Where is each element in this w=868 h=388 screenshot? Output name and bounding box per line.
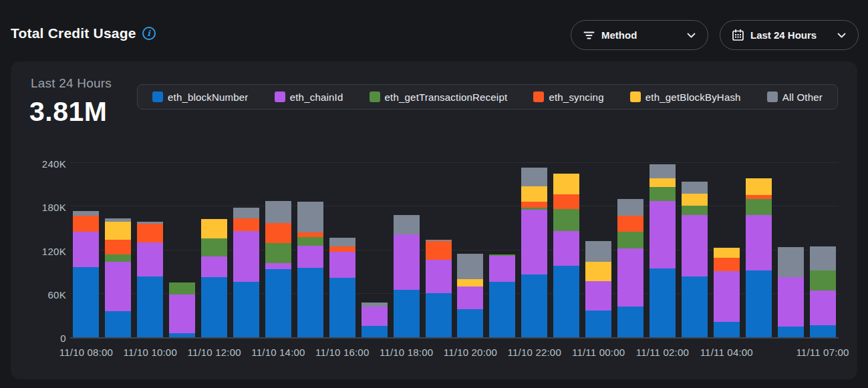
bar-segment[interactable] — [778, 327, 804, 337]
bar-segment[interactable] — [105, 240, 131, 254]
bar-segment[interactable] — [746, 199, 772, 215]
bar-segment[interactable] — [329, 246, 355, 252]
bar-segment[interactable] — [649, 268, 676, 337]
bar-segment[interactable] — [169, 333, 195, 337]
bar-segment[interactable] — [361, 303, 388, 307]
bar-segment[interactable] — [682, 206, 708, 215]
bar-segment[interactable] — [105, 222, 131, 240]
bar-segment[interactable] — [682, 276, 708, 337]
bar-segment[interactable] — [297, 237, 323, 246]
legend-item[interactable]: All Other — [767, 91, 823, 103]
bar-segment[interactable] — [169, 282, 195, 295]
bar-segment[interactable] — [746, 178, 772, 195]
bar-segment[interactable] — [233, 208, 259, 218]
bar-segment[interactable] — [394, 234, 420, 290]
bar-segment[interactable] — [714, 322, 740, 337]
bar-segment[interactable] — [73, 232, 99, 266]
bar-segment[interactable] — [553, 231, 579, 266]
bar-segment[interactable] — [105, 254, 131, 262]
bar-segment[interactable] — [682, 182, 708, 193]
bar-segment[interactable] — [265, 269, 291, 337]
bar-segment[interactable] — [521, 210, 547, 275]
legend-item[interactable]: eth_getBlockByHash — [630, 91, 741, 103]
bar-segment[interactable] — [617, 307, 643, 337]
bar-segment[interactable] — [714, 248, 740, 258]
bar-segment[interactable] — [746, 215, 772, 270]
bar-segment[interactable] — [617, 248, 643, 307]
bar-segment[interactable] — [361, 307, 388, 325]
bar-segment[interactable] — [201, 277, 227, 337]
bar-segment[interactable] — [201, 256, 227, 276]
bar-segment[interactable] — [617, 216, 643, 232]
bar-segment[interactable] — [265, 263, 291, 269]
bar-segment[interactable] — [682, 215, 708, 276]
bar-segment[interactable] — [489, 256, 515, 282]
bar-segment[interactable] — [265, 223, 291, 242]
bar-segment[interactable] — [426, 260, 452, 293]
bar-segment[interactable] — [297, 268, 323, 337]
bar-segment[interactable] — [585, 262, 611, 281]
bar-segment[interactable] — [489, 254, 515, 256]
bar-segment[interactable] — [457, 286, 483, 309]
bar-segment[interactable] — [553, 209, 579, 232]
bar-segment[interactable] — [394, 215, 420, 234]
bar-segment[interactable] — [426, 293, 452, 337]
bar-segment[interactable] — [778, 247, 804, 277]
bar-segment[interactable] — [778, 277, 804, 327]
bar-segment[interactable] — [426, 241, 452, 259]
bar-segment[interactable] — [394, 290, 420, 337]
bar-segment[interactable] — [617, 232, 643, 248]
bar-segment[interactable] — [746, 270, 772, 337]
legend-item[interactable]: eth_getTransactionReceipt — [370, 91, 508, 103]
bar-segment[interactable] — [265, 201, 291, 224]
bar-segment[interactable] — [233, 231, 259, 282]
bar-segment[interactable] — [810, 270, 836, 290]
bar-segment[interactable] — [457, 309, 483, 337]
bar-segment[interactable] — [810, 290, 836, 325]
bar-segment[interactable] — [553, 266, 579, 337]
bar-segment[interactable] — [297, 202, 323, 233]
bar-segment[interactable] — [137, 224, 163, 242]
bar-segment[interactable] — [714, 271, 740, 322]
bar-segment[interactable] — [682, 194, 708, 206]
bar-segment[interactable] — [233, 218, 259, 232]
bar-segment[interactable] — [297, 246, 323, 268]
bar-segment[interactable] — [297, 232, 323, 237]
bar-segment[interactable] — [201, 238, 227, 256]
bar-segment[interactable] — [329, 278, 355, 337]
bar-segment[interactable] — [73, 267, 99, 337]
bar-segment[interactable] — [489, 282, 515, 337]
bar-segment[interactable] — [265, 243, 291, 263]
bar-segment[interactable] — [105, 218, 131, 222]
bar-segment[interactable] — [585, 311, 611, 337]
bar-segment[interactable] — [105, 262, 131, 311]
bar-segment[interactable] — [457, 279, 483, 286]
bar-segment[interactable] — [137, 222, 163, 224]
bar-segment[interactable] — [105, 311, 131, 337]
bar-segment[interactable] — [521, 208, 547, 209]
bar-segment[interactable] — [585, 241, 611, 261]
bar-segment[interactable] — [137, 276, 163, 337]
bar-segment[interactable] — [361, 326, 388, 337]
bar-segment[interactable] — [73, 211, 99, 216]
bar-segment[interactable] — [521, 274, 547, 337]
bar-segment[interactable] — [329, 238, 355, 246]
method-filter-dropdown[interactable]: Method — [571, 20, 708, 50]
legend-item[interactable]: eth_chainId — [275, 91, 343, 103]
bar-segment[interactable] — [649, 201, 676, 268]
bar-segment[interactable] — [649, 164, 676, 178]
bar-segment[interactable] — [810, 246, 836, 270]
bar-segment[interactable] — [649, 187, 676, 201]
bar-segment[interactable] — [329, 252, 355, 278]
legend-item[interactable]: eth_syncing — [533, 91, 603, 103]
bar-segment[interactable] — [553, 174, 579, 194]
bar-segment[interactable] — [585, 281, 611, 311]
legend-item[interactable]: eth_blockNumber — [152, 91, 249, 103]
bar-segment[interactable] — [521, 186, 547, 202]
bar-segment[interactable] — [201, 219, 227, 238]
bar-segment[interactable] — [521, 202, 547, 208]
info-icon[interactable]: i — [142, 27, 156, 40]
bar-segment[interactable] — [714, 258, 740, 271]
bar-segment[interactable] — [169, 295, 195, 333]
bar-segment[interactable] — [137, 242, 163, 276]
